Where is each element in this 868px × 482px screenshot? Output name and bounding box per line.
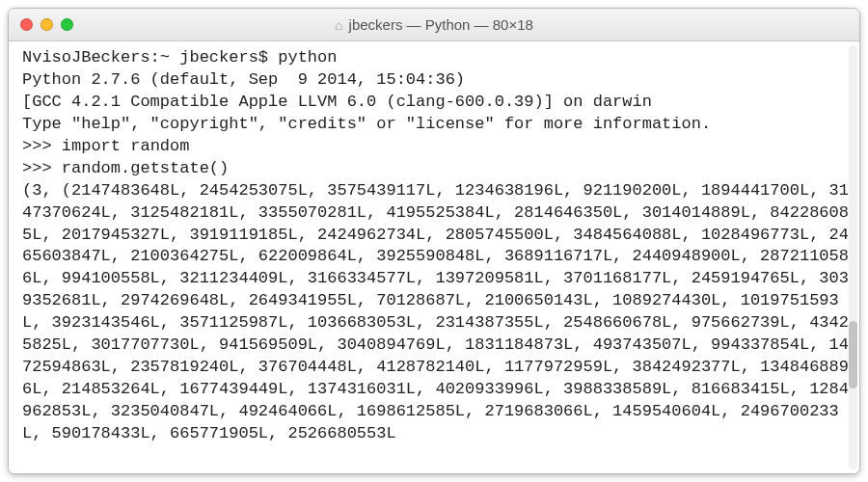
zoom-icon[interactable] xyxy=(61,18,73,31)
python-banner-line: [GCC 4.2.1 Compatible Apple LLVM 6.0 (cl… xyxy=(22,93,652,111)
window-titlebar: ⌂ jbeckers — Python — 80×18 xyxy=(9,9,859,41)
shell-prompt-user: jbeckers$ xyxy=(179,48,268,67)
repl-output: (3, (2147483648L, 2454253075L, 357543911… xyxy=(22,181,849,442)
window-title: ⌂ jbeckers — Python — 80×18 xyxy=(9,16,859,33)
shell-prompt-host: NvisoJBeckers:~ xyxy=(22,48,170,67)
python-banner-line: Python 2.7.6 (default, Sep 9 2014, 15:04… xyxy=(22,70,465,89)
scrollbar-track[interactable] xyxy=(849,45,857,469)
scrollbar-thumb[interactable] xyxy=(849,321,857,388)
close-icon[interactable] xyxy=(20,18,33,31)
python-banner-line: Type "help", "copyright", "credits" or "… xyxy=(22,115,711,133)
window-title-text: jbeckers — Python — 80×18 xyxy=(349,16,533,33)
terminal-body[interactable]: NvisoJBeckers:~ jbeckers$ python Python … xyxy=(9,41,859,473)
terminal-window: ⌂ jbeckers — Python — 80×18 NvisoJBecker… xyxy=(8,8,860,474)
repl-input: import random xyxy=(62,137,190,155)
home-icon: ⌂ xyxy=(335,17,342,33)
minimize-icon[interactable] xyxy=(41,18,53,31)
repl-prompt: >>> xyxy=(22,137,52,155)
repl-input: random.getstate() xyxy=(62,159,229,177)
window-controls xyxy=(20,18,73,31)
shell-command: python xyxy=(278,48,337,67)
repl-prompt: >>> xyxy=(22,159,52,177)
